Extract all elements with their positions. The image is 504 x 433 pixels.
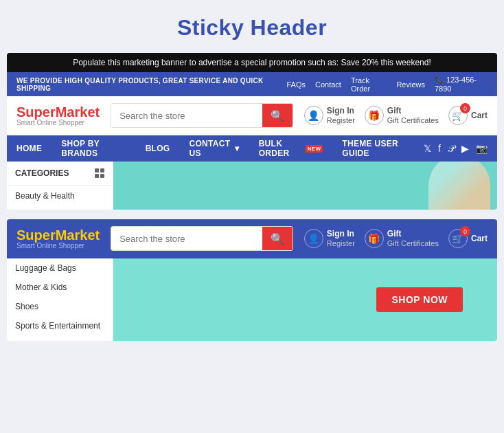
sticky-logo[interactable]: SuperMarket Smart Online Shopper — [16, 228, 100, 249]
sign-in-label: Sign In Register — [327, 106, 355, 125]
bottom-section: SuperMarket Smart Online Shopper 🔍 👤 Sig… — [7, 219, 497, 341]
gift-label: Gift Gift Certificates — [387, 106, 439, 125]
sidebar-item-mother[interactable]: Mother & Kids — [7, 278, 113, 297]
sticky-sign-in[interactable]: 👤 Sign In Register — [304, 229, 355, 248]
sign-in-action[interactable]: 👤 Sign In Register — [304, 106, 355, 125]
sticky-body: Luggage & Bags Mother & Kids Shoes Sport… — [7, 258, 497, 341]
logo[interactable]: SuperMarket Smart Online Shopper — [16, 105, 100, 126]
cart-action[interactable]: 🛒 0 Cart — [448, 106, 488, 125]
top-sidebar: CATEGORIES Beauty & Health Computer & Of… — [7, 162, 113, 210]
search-input[interactable] — [111, 104, 262, 127]
sticky-search-bar: 🔍 — [111, 226, 293, 251]
sidebar-item-shoes[interactable]: Shoes — [7, 297, 113, 316]
page-title: Sticky Header — [0, 0, 504, 53]
nav-theme-user-guide[interactable]: THEME USER GUIDE — [332, 135, 424, 162]
sticky-cart-icon: 🛒 0 — [448, 229, 468, 248]
info-bar-right: FAQs Contact Track Order Reviews 📞 123-4… — [287, 76, 488, 93]
new-badge: NEW — [306, 145, 323, 153]
sticky-search-input[interactable] — [111, 227, 262, 250]
track-order-link[interactable]: Track Order — [351, 76, 387, 93]
marketing-banner-text: Populate this marketing banner to advert… — [73, 58, 431, 67]
faqs-link[interactable]: FAQs — [287, 80, 306, 89]
sidebar-item-luggage[interactable]: Luggage & Bags — [7, 258, 113, 278]
gift-certificates-action[interactable]: 🎁 Gift Gift Certificates — [365, 106, 439, 125]
search-button[interactable]: 🔍 — [262, 104, 293, 127]
nav-shop-by-brands[interactable]: SHOP BY BRANDS — [51, 135, 135, 162]
sticky-sidebar: Luggage & Bags Mother & Kids Shoes Sport… — [7, 258, 113, 341]
info-bar: WE PROVIDE HIGH QUALITY PRODUCTS, GREAT … — [7, 72, 497, 96]
info-bar-left: WE PROVIDE HIGH QUALITY PRODUCTS, GREAT … — [16, 77, 287, 92]
sticky-user-icon: 👤 — [304, 229, 323, 248]
logo-accent: Market — [56, 104, 100, 120]
banner-model — [428, 162, 490, 210]
sticky-gift-icon: 🎁 — [365, 229, 384, 248]
sticky-gift[interactable]: 🎁 Gift Gift Certificates — [365, 229, 439, 248]
sticky-search-button[interactable]: 🔍 — [262, 227, 293, 250]
nav-bulk-order[interactable]: BULK ORDERNEW — [249, 135, 333, 162]
sticky-gift-label: Gift Gift Certificates — [387, 229, 439, 248]
header-actions: 👤 Sign In Register 🎁 Gift Gift Certifica… — [304, 106, 488, 125]
facebook-icon[interactable]: f — [438, 143, 441, 155]
top-section: Populate this marketing banner to advert… — [7, 53, 497, 210]
twitter-icon[interactable]: 𝕏 — [424, 143, 431, 155]
sticky-cart[interactable]: 🛒 0 Cart — [448, 229, 488, 248]
nav-bar: HOME SHOP BY BRANDS BLOG CONTACT US ▾ BU… — [7, 135, 497, 162]
top-banner — [113, 162, 497, 210]
marketing-banner: Populate this marketing banner to advert… — [7, 53, 497, 72]
sticky-cart-label: Cart — [471, 234, 488, 243]
sidebar-item-computer[interactable]: Computer & Office › — [7, 206, 113, 210]
sidebar-item-sports[interactable]: Sports & Entertainment — [7, 316, 113, 335]
sticky-logo-sub: Smart Online Shopper — [16, 242, 100, 249]
nav-blog[interactable]: BLOG — [136, 135, 180, 162]
social-icons: 𝕏 f 𝒫 ▶ 📷 — [424, 143, 488, 155]
contact-link[interactable]: Contact — [315, 80, 341, 89]
nav-contact-us[interactable]: CONTACT US ▾ — [180, 135, 249, 162]
logo-name: SuperMarket — [16, 105, 100, 119]
cart-label: Cart — [471, 111, 488, 120]
cart-icon: 🛒 0 — [448, 106, 468, 125]
sticky-logo-name: SuperMarket — [16, 228, 100, 242]
top-body-section: CATEGORIES Beauty & Health Computer & Of… — [7, 162, 497, 210]
sidebar-item-beauty[interactable]: Beauty & Health — [7, 186, 113, 206]
search-bar: 🔍 — [111, 103, 293, 128]
pinterest-icon[interactable]: 𝒫 — [448, 143, 455, 155]
sticky-header: SuperMarket Smart Online Shopper 🔍 👤 Sig… — [7, 219, 497, 258]
grid-icon[interactable] — [95, 168, 104, 178]
instagram-icon[interactable]: 📷 — [476, 143, 488, 155]
shop-now-button[interactable]: SHOP NOW — [376, 287, 463, 312]
phone-number: 📞 123-456-7890 — [435, 76, 488, 93]
sidebar-header: CATEGORIES — [7, 162, 113, 186]
store-header: SuperMarket Smart Online Shopper 🔍 👤 Sig… — [7, 96, 497, 135]
youtube-icon[interactable]: ▶ — [461, 143, 469, 155]
nav-home[interactable]: HOME — [16, 135, 51, 162]
sticky-cart-badge: 0 — [460, 226, 470, 236]
user-icon: 👤 — [304, 106, 323, 125]
cart-badge: 0 — [460, 103, 470, 113]
bottom-wrapper: SuperMarket Smart Online Shopper 🔍 👤 Sig… — [0, 219, 504, 341]
sticky-banner: SHOP NOW — [113, 258, 497, 341]
logo-sub: Smart Online Shopper — [16, 119, 100, 126]
gift-icon: 🎁 — [365, 106, 384, 125]
sticky-header-actions: 👤 Sign In Register 🎁 Gift Gift Certifica… — [304, 229, 488, 248]
sticky-sign-in-label: Sign In Register — [327, 229, 355, 248]
reviews-link[interactable]: Reviews — [396, 80, 425, 89]
